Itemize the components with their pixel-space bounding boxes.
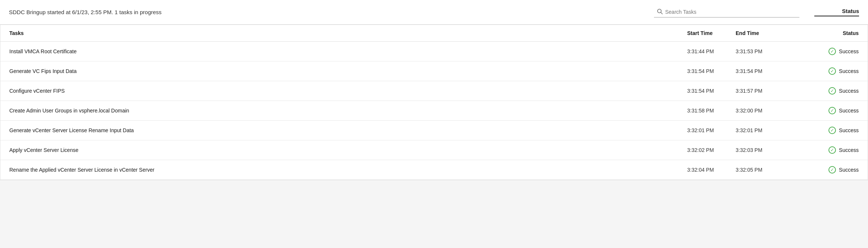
end-time: 3:31:53 PM: [736, 48, 784, 54]
table-row[interactable]: Install VMCA Root Certificate 3:31:44 PM…: [0, 42, 868, 61]
col-header-status: Status: [784, 30, 859, 36]
status-cell: ✓ Success: [784, 107, 859, 114]
status-label: Success: [839, 108, 859, 114]
status-label: Success: [839, 68, 859, 74]
search-container[interactable]: [654, 7, 799, 18]
search-icon: [657, 9, 663, 16]
status-cell: ✓ Success: [784, 67, 859, 75]
start-time: 3:31:44 PM: [687, 48, 736, 54]
status-label: Success: [839, 167, 859, 173]
status-text: SDDC Bringup started at 6/1/23, 2:55 PM.…: [9, 9, 161, 15]
success-icon: ✓: [828, 67, 836, 75]
status-label: Success: [839, 48, 859, 54]
end-time: 3:31:57 PM: [736, 88, 784, 94]
task-name: Install VMCA Root Certificate: [9, 48, 687, 54]
task-name: Generate VC Fips Input Data: [9, 68, 687, 74]
status-cell: ✓ Success: [784, 127, 859, 134]
status-cell: ✓ Success: [784, 87, 859, 95]
end-time: 3:32:05 PM: [736, 167, 784, 173]
table-row[interactable]: Configure vCenter FIPS 3:31:54 PM 3:31:5…: [0, 81, 868, 101]
col-header-start-time: Start Time: [687, 30, 736, 36]
status-cell: ✓ Success: [784, 48, 859, 55]
success-icon: ✓: [828, 166, 836, 174]
end-time: 3:31:54 PM: [736, 68, 784, 74]
start-time: 3:31:54 PM: [687, 88, 736, 94]
status-cell: ✓ Success: [784, 166, 859, 174]
table-row[interactable]: Rename the Applied vCenter Server Licens…: [0, 160, 868, 180]
top-bar: SDDC Bringup started at 6/1/23, 2:55 PM.…: [0, 0, 868, 25]
table-header: Tasks Start Time End Time Status: [0, 25, 868, 42]
start-time: 3:31:54 PM: [687, 68, 736, 74]
status-label: Success: [839, 88, 859, 94]
table-row[interactable]: Generate vCenter Server License Rename I…: [0, 121, 868, 140]
success-icon: ✓: [828, 107, 836, 114]
col-header-tasks: Tasks: [9, 30, 687, 36]
success-icon: ✓: [828, 146, 836, 154]
search-input[interactable]: [665, 9, 796, 15]
success-icon: ✓: [828, 48, 836, 55]
status-label: Success: [839, 127, 859, 133]
end-time: 3:32:03 PM: [736, 147, 784, 153]
success-icon: ✓: [828, 87, 836, 95]
task-name: Rename the Applied vCenter Server Licens…: [9, 167, 687, 173]
end-time: 3:32:00 PM: [736, 108, 784, 114]
svg-line-1: [661, 12, 663, 14]
task-name: Generate vCenter Server License Rename I…: [9, 127, 687, 133]
task-name: Configure vCenter FIPS: [9, 88, 687, 94]
success-icon: ✓: [828, 127, 836, 134]
tasks-table: Tasks Start Time End Time Status Install…: [0, 25, 868, 180]
status-label: Success: [839, 147, 859, 153]
start-time: 3:32:04 PM: [687, 167, 736, 173]
top-bar-right: Status: [654, 7, 859, 18]
col-header-end-time: End Time: [736, 30, 784, 36]
task-name: Create Admin User Groups in vsphere.loca…: [9, 108, 687, 114]
table-row[interactable]: Create Admin User Groups in vsphere.loca…: [0, 101, 868, 121]
table-row[interactable]: Apply vCenter Server License 3:32:02 PM …: [0, 140, 868, 160]
start-time: 3:31:58 PM: [687, 108, 736, 114]
start-time: 3:32:01 PM: [687, 127, 736, 133]
start-time: 3:32:02 PM: [687, 147, 736, 153]
task-name: Apply vCenter Server License: [9, 147, 687, 153]
table-row[interactable]: Generate VC Fips Input Data 3:31:54 PM 3…: [0, 61, 868, 81]
end-time: 3:32:01 PM: [736, 127, 784, 133]
status-tab[interactable]: Status: [814, 8, 859, 16]
status-cell: ✓ Success: [784, 146, 859, 154]
table-body: Install VMCA Root Certificate 3:31:44 PM…: [0, 42, 868, 180]
